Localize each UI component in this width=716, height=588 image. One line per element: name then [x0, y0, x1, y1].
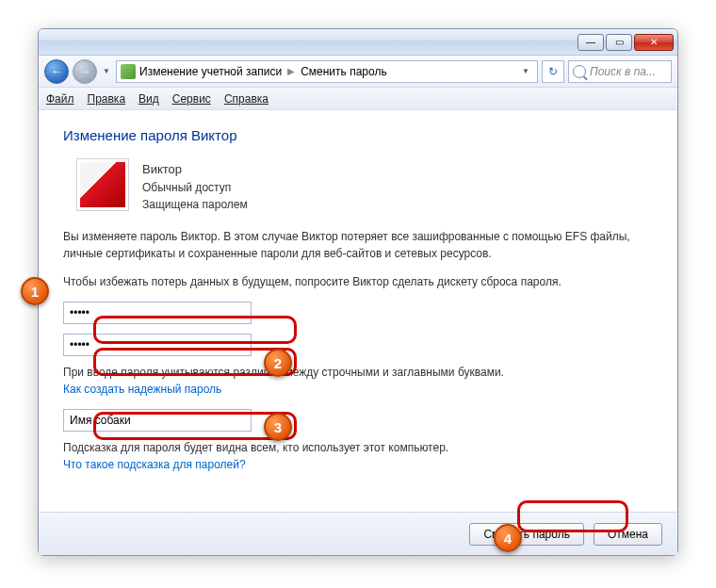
refresh-icon: ↻: [548, 65, 558, 78]
search-box[interactable]: Поиск в па...: [568, 60, 672, 83]
search-icon: [573, 65, 586, 78]
menu-view[interactable]: Вид: [138, 92, 159, 106]
protection-label: Защищена паролем: [142, 196, 248, 213]
minimize-button[interactable]: —: [578, 34, 604, 51]
maximize-icon: ▭: [615, 37, 624, 47]
explorer-window: — ▭ ✕ ← → ▼ Изменение учетной записи ▶ С…: [38, 28, 678, 556]
breadcrumb-separator-icon: ▶: [285, 66, 297, 76]
change-password-button[interactable]: Сменить пароль: [469, 523, 584, 546]
maximize-button[interactable]: ▭: [606, 34, 632, 51]
user-info-row: Виктор Обычный доступ Защищена паролем: [76, 158, 653, 213]
search-placeholder: Поиск в па...: [590, 65, 656, 78]
strong-password-link[interactable]: Как создать надежный пароль: [63, 383, 653, 396]
avatar: [76, 158, 129, 211]
cancel-button[interactable]: Отмена: [594, 523, 662, 546]
confirm-password-input[interactable]: [63, 334, 252, 356]
refresh-button[interactable]: ↻: [542, 60, 564, 83]
forward-arrow-icon: →: [79, 64, 91, 78]
minimize-icon: —: [586, 37, 595, 47]
user-accounts-icon: [121, 64, 136, 79]
annotation-marker-4: 4: [494, 524, 522, 552]
menu-tools[interactable]: Сервис: [172, 92, 211, 106]
nav-history-dropdown[interactable]: ▼: [101, 59, 112, 84]
password-hint-input[interactable]: [63, 409, 252, 432]
address-dropdown-icon[interactable]: ▼: [518, 67, 533, 75]
titlebar: — ▭ ✕: [39, 29, 677, 56]
new-password-input[interactable]: [63, 302, 252, 324]
warning-text-1: Вы изменяете пароль Виктор. В этом случа…: [63, 228, 653, 262]
menu-help[interactable]: Справка: [224, 92, 268, 106]
footer-bar: Сменить пароль Отмена: [39, 512, 677, 555]
content-area: Изменение пароля Виктор Виктор Обычный д…: [39, 110, 677, 494]
address-bar[interactable]: Изменение учетной записи ▶ Сменить парол…: [116, 60, 538, 83]
password-hint-help-link[interactable]: Что такое подсказка для паролей?: [63, 458, 653, 471]
case-sensitive-note: При вводе пароля учитываются различия ме…: [63, 366, 653, 379]
back-arrow-icon: ←: [51, 64, 63, 78]
avatar-image: [80, 162, 125, 207]
user-details: Виктор Обычный доступ Защищена паролем: [142, 158, 248, 213]
annotation-marker-2: 2: [264, 349, 292, 377]
warning-text-2: Чтобы избежать потерь данных в будущем, …: [63, 273, 653, 290]
close-button[interactable]: ✕: [634, 34, 674, 51]
breadcrumb-item[interactable]: Сменить пароль: [301, 65, 387, 78]
menu-bar: Файл Правка Вид Сервис Справка: [39, 88, 677, 110]
page-title: Изменение пароля Виктор: [63, 127, 653, 143]
nav-back-button[interactable]: ←: [44, 59, 69, 84]
nav-toolbar: ← → ▼ Изменение учетной записи ▶ Сменить…: [39, 56, 677, 88]
username-label: Виктор: [142, 160, 248, 179]
close-icon: ✕: [650, 37, 658, 47]
menu-edit[interactable]: Правка: [88, 92, 126, 106]
menu-file[interactable]: Файл: [46, 92, 74, 106]
annotation-marker-3: 3: [264, 413, 292, 441]
nav-forward-button[interactable]: →: [73, 59, 97, 84]
breadcrumb-item[interactable]: Изменение учетной записи: [139, 65, 282, 78]
hint-visibility-note: Подсказка для пароля будет видна всем, к…: [63, 441, 653, 454]
access-level-label: Обычный доступ: [142, 179, 248, 196]
annotation-marker-1: 1: [21, 277, 49, 305]
